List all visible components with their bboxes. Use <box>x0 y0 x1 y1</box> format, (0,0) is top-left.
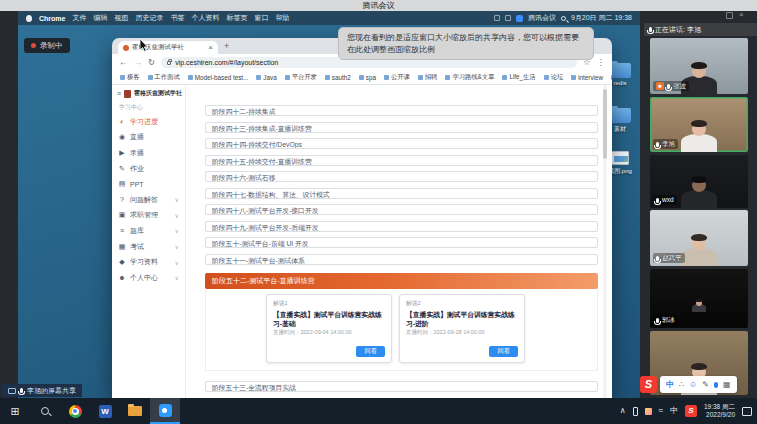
stage-row[interactable]: 阶段五十三-全流程项目实战 <box>205 381 598 392</box>
lesson-tag: 解说1 <box>273 299 385 308</box>
sogou-tray-icon[interactable]: S <box>685 405 697 417</box>
spotlight-search-icon[interactable] <box>561 16 566 21</box>
lesson-card[interactable]: 解说1 【直播实战】测试平台训练营实战练习-基础 直播时间：2022-09-04… <box>266 294 392 363</box>
stage-row[interactable]: 阶段四十五-持续交付-直播训练营 <box>205 155 598 166</box>
sidebar-item-profile[interactable]: ☻ 个人中心 ∨ <box>112 270 185 286</box>
bookmark-item[interactable]: 平台开发 <box>285 73 317 82</box>
bookmark-item[interactable]: 极客 <box>120 73 140 82</box>
bookmark-item[interactable]: 招聘 <box>418 73 438 82</box>
taskbar-chrome-button[interactable] <box>60 398 90 424</box>
stage-row[interactable]: 阶段四十六-测试右移 <box>205 171 598 182</box>
voice-input-icon[interactable] <box>714 382 718 388</box>
menu-dots-icon[interactable]: ⋮ <box>597 58 606 67</box>
bookmark-item[interactable]: 论坛 <box>544 73 564 82</box>
bookmark-item[interactable]: Java <box>256 74 276 81</box>
bookmark-item[interactable]: interview <box>571 74 603 81</box>
emoji-icon[interactable]: ☺ <box>689 381 697 389</box>
stage-row[interactable]: 阶段四十四-持续交付/DevOps <box>205 138 598 149</box>
macos-menubar: Chrome 文件 编辑 视图 历史记录 书签 个人资料 标签页 窗口 帮助 腾… <box>18 11 640 25</box>
scrollbar-thumb[interactable] <box>603 89 607 159</box>
stage-row[interactable]: 阶段五十一-测试平台-测试体系 <box>205 254 598 265</box>
browser-tab[interactable]: 霍格沃兹测试学社 × <box>118 41 218 54</box>
taskbar-wps-button[interactable]: W <box>90 398 120 424</box>
menubar-item-tabs[interactable]: 标签页 <box>226 13 247 23</box>
bookmark-item[interactable]: Life_生活 <box>502 73 535 82</box>
reload-icon[interactable]: ↻ <box>148 58 155 67</box>
stage-row[interactable]: 阶段四十八-测试平台开发-接口开发 <box>205 204 598 215</box>
ime-mode-toggle[interactable]: 中 <box>666 381 674 389</box>
bookmark-item[interactable]: spa <box>359 74 376 81</box>
menubar-item-help[interactable]: 帮助 <box>275 13 289 23</box>
close-icon[interactable]: × <box>739 11 744 19</box>
battery-icon[interactable] <box>494 15 500 21</box>
sidebar-item-ppt[interactable]: ▤ PPT <box>112 176 185 192</box>
tray-expand-icon[interactable]: ∧ <box>620 407 626 415</box>
menubar-item-chrome[interactable]: Chrome <box>39 15 65 22</box>
stage-row[interactable]: 阶段四十二-持续集成 <box>205 105 598 116</box>
menubar-item-bookmarks[interactable]: 书签 <box>170 13 184 23</box>
menubar-item-view[interactable]: 视图 <box>114 13 128 23</box>
taskbar-search-button[interactable] <box>30 398 60 424</box>
new-tab-button[interactable]: + <box>224 41 229 51</box>
photos-tray-icon[interactable] <box>645 408 652 415</box>
menubar-item-edit[interactable]: 编辑 <box>93 13 107 23</box>
sidebar-item-live[interactable]: ◉ 直播 <box>112 130 185 146</box>
forward-icon[interactable]: → <box>134 58 143 67</box>
participant-chip: wxd <box>653 195 677 205</box>
sidebar-item-recordings[interactable]: ▶ 录播 <box>112 145 185 161</box>
participant-tile[interactable]: 赵武平 <box>650 210 748 266</box>
sidebar-item-materials[interactable]: ◆ 学习资料 ∨ <box>112 254 185 270</box>
menubar-item-window[interactable]: 窗口 <box>254 13 268 23</box>
page-scrollbar[interactable] <box>603 85 607 398</box>
stage-row-active[interactable]: 阶段五十二-测试平台-直播训练营 <box>205 273 598 289</box>
stage-row[interactable]: 阶段四十九-测试平台开发-后端开发 <box>205 221 598 232</box>
replay-button[interactable]: 回看 <box>356 346 385 356</box>
ime-paw-icon[interactable]: ∴ <box>679 381 684 389</box>
sidebar-item-exam[interactable]: ▦ 考试 ∨ <box>112 239 185 255</box>
participant-name: 郭冰 <box>662 316 675 324</box>
menubar-item-file[interactable]: 文件 <box>72 13 86 23</box>
sidebar-item-homework[interactable]: ✎ 作业 <box>112 161 185 177</box>
stage-row[interactable]: 阶段四十七-数据结构、算法、设计模式 <box>205 188 598 199</box>
handwriting-icon[interactable]: ✎ <box>702 381 709 389</box>
taskbar-clock[interactable]: 19:38 周二 2022/9/20 <box>704 403 735 420</box>
ime-indicator[interactable]: 中 <box>670 407 678 415</box>
bookmark-item[interactable]: 公开课 <box>384 73 410 82</box>
menubar-item-history[interactable]: 历史记录 <box>135 13 163 23</box>
participant-tile[interactable]: 郭冰 <box>650 269 748 328</box>
taskbar-explorer-button[interactable] <box>120 398 150 424</box>
notification-center-icon[interactable] <box>742 407 752 416</box>
menubar-clock[interactable]: 9月20日 周二 19:38 <box>571 13 632 23</box>
bookmark-item[interactable]: 学习路线&文章 <box>445 73 494 82</box>
replay-button[interactable]: 回看 <box>489 346 518 356</box>
wifi-icon[interactable] <box>505 15 511 21</box>
sogou-logo-icon[interactable]: S <box>640 376 657 393</box>
bookmark-item[interactable]: sauth2 <box>325 74 351 81</box>
sidebar-item-career[interactable]: ▣ 求职管理 ∨ <box>112 208 185 224</box>
bookmark-favicon <box>285 75 290 80</box>
keyboard-icon[interactable]: ▦ <box>723 381 731 389</box>
participant-tile-speaking[interactable]: 李旭 <box>650 97 748 152</box>
menubar-item-profile[interactable]: 个人资料 <box>191 13 219 23</box>
layout-icon[interactable] <box>726 12 733 19</box>
tab-close-icon[interactable]: × <box>208 44 213 52</box>
taskbar-meeting-button[interactable] <box>150 398 180 424</box>
stage-row[interactable]: 阶段五十-测试平台-前端 UI 开发 <box>205 237 598 248</box>
sidebar-item-question-bank[interactable]: ≡ 题库 ∨ <box>112 223 185 239</box>
start-button[interactable]: ⊞ <box>0 398 30 424</box>
phone-link-icon[interactable] <box>633 407 638 416</box>
bookmark-item[interactable]: other <box>611 74 612 81</box>
sidebar-item-qa[interactable]: ? 问题解答 ∨ <box>112 192 185 208</box>
stage-row[interactable]: 阶段四十三-持续集成-直播训练营 <box>205 122 598 133</box>
back-icon[interactable]: ← <box>119 58 128 67</box>
lesson-card[interactable]: 解说2 【直播实战】测试平台训练营实战练习-进阶 直播时间：2022-09-18… <box>399 294 525 363</box>
bookmark-item[interactable]: 工作面试 <box>148 73 180 82</box>
sidebar-item-progress[interactable]: ◐ 学习进度 <box>112 114 185 130</box>
participant-tile[interactable]: ☻ 张波 <box>650 38 748 94</box>
hamburger-icon[interactable]: ≡ <box>117 90 121 97</box>
participant-tile[interactable]: wxd <box>650 155 748 208</box>
apple-logo-icon[interactable] <box>26 15 32 22</box>
network-icon[interactable]: ≈ <box>659 407 663 415</box>
bookmark-item[interactable]: Model-based test... <box>188 74 249 81</box>
meeting-menubar-icon[interactable] <box>516 15 523 22</box>
